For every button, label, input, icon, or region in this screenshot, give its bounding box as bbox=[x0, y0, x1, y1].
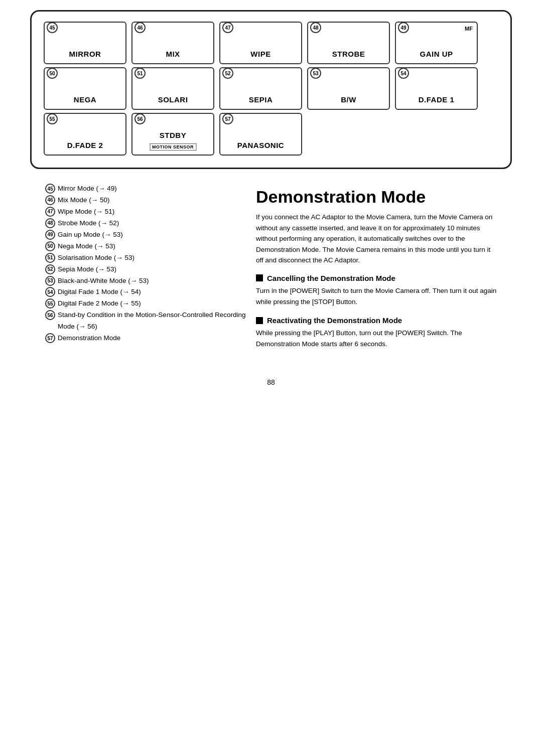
legend-item-50: 50Nega Mode (→ 53) bbox=[45, 241, 251, 252]
btn-label-50: NEGA bbox=[74, 95, 96, 104]
legend-text-52: Sepia Mode (→ 53) bbox=[58, 264, 116, 275]
btn-label-54: D.FADE 1 bbox=[419, 95, 455, 104]
btn-cell-50: 50NEGA bbox=[44, 67, 126, 110]
cancel-heading: Cancelling the Demonstration Mode bbox=[267, 274, 395, 282]
btn-label-57: PANASONIC bbox=[237, 141, 284, 149]
main-content: Demonstration Mode If you connect the AC… bbox=[256, 183, 497, 358]
legend-text-45: Mirror Mode (→ 49) bbox=[58, 183, 117, 195]
cancel-body: Turn in the [POWER] Switch to turn the M… bbox=[256, 285, 497, 307]
legend-num-56: 56 bbox=[45, 310, 55, 320]
legend-text-47: Wipe Mode (→ 51) bbox=[58, 206, 114, 218]
btn-cell-54: 54D.FADE 1 bbox=[395, 67, 478, 110]
demo-intro: If you connect the AC Adaptor to the Mov… bbox=[256, 212, 497, 266]
motion-sensor-badge: MOTION SENSOR bbox=[150, 143, 196, 150]
btn-label-48: STROBE bbox=[332, 50, 365, 58]
btn-cell-51: 51SOLARI bbox=[131, 67, 214, 110]
btn-cell-45: 45MIRROR bbox=[44, 22, 126, 64]
legend-num-53: 53 bbox=[45, 276, 55, 286]
btn-cell-49: 49MFGAIN UP bbox=[395, 22, 478, 64]
reactivate-square-icon bbox=[256, 317, 263, 324]
legend-text-49: Gain up Mode (→ 53) bbox=[58, 229, 123, 241]
legend-text-56: Stand-by Condition in the Motion-Sensor-… bbox=[58, 310, 251, 333]
legend-section: 45Mirror Mode (→ 49)46Mix Mode (→ 50)47W… bbox=[45, 183, 256, 358]
legend-num-52: 52 bbox=[45, 264, 55, 274]
legend-item-46: 46Mix Mode (→ 50) bbox=[45, 195, 251, 206]
num-badge-49: 49 bbox=[398, 22, 409, 33]
cancel-heading-container: Cancelling the Demonstration Mode bbox=[256, 274, 497, 282]
demo-title: Demonstration Mode bbox=[256, 187, 497, 207]
btn-label-56: STDBY bbox=[160, 131, 186, 139]
reactivate-body: While pressing the [PLAY] Button, turn o… bbox=[256, 328, 497, 349]
legend-num-49: 49 bbox=[45, 230, 55, 240]
reactivate-heading: Reactivating the Demonstration Mode bbox=[267, 316, 402, 325]
legend-num-50: 50 bbox=[45, 241, 55, 251]
legend-item-52: 52Sepia Mode (→ 53) bbox=[45, 264, 251, 275]
button-row-1: 50NEGA51SOLARI52SEPIA53B/W54D.FADE 1 bbox=[44, 67, 498, 110]
reactivate-heading-container: Reactivating the Demonstration Mode bbox=[256, 316, 497, 325]
legend-item-57: 57Demonstration Mode bbox=[45, 333, 251, 344]
btn-label-49: GAIN UP bbox=[420, 50, 453, 58]
num-badge-46: 46 bbox=[134, 22, 146, 33]
legend-list: 45Mirror Mode (→ 49)46Mix Mode (→ 50)47W… bbox=[45, 183, 251, 344]
legend-item-53: 53Black-and-White Mode (→ 53) bbox=[45, 275, 251, 287]
num-badge-55: 55 bbox=[47, 113, 58, 124]
btn-cell-56: 56STDBYMOTION SENSOR bbox=[131, 113, 214, 156]
btn-cell-53: 53B/W bbox=[307, 67, 390, 110]
legend-text-55: Digital Fade 2 Mode (→ 55) bbox=[58, 298, 141, 310]
page-number: 88 bbox=[30, 378, 512, 386]
mf-label: MF bbox=[465, 26, 473, 32]
btn-cell-55: 55D.FADE 2 bbox=[44, 113, 126, 156]
legend-text-57: Demonstration Mode bbox=[58, 333, 120, 344]
legend-text-46: Mix Mode (→ 50) bbox=[58, 195, 110, 206]
legend-item-45: 45Mirror Mode (→ 49) bbox=[45, 183, 251, 195]
legend-item-47: 47Wipe Mode (→ 51) bbox=[45, 206, 251, 218]
legend-text-51: Solarisation Mode (→ 53) bbox=[58, 252, 134, 264]
btn-label-55: D.FADE 2 bbox=[67, 141, 103, 149]
legend-item-48: 48Strobe Mode (→ 52) bbox=[45, 218, 251, 229]
btn-cell-46: 46MIX bbox=[131, 22, 214, 64]
btn-cell-48: 48STROBE bbox=[307, 22, 390, 64]
legend-num-47: 47 bbox=[45, 207, 55, 217]
legend-num-54: 54 bbox=[45, 287, 55, 297]
btn-label-51: SOLARI bbox=[158, 95, 188, 104]
legend-item-56: 56Stand-by Condition in the Motion-Senso… bbox=[45, 310, 251, 333]
legend-text-53: Black-and-White Mode (→ 53) bbox=[58, 275, 149, 287]
button-row-0: 45MIRROR46MIX47WIPE48STROBE49MFGAIN UP bbox=[44, 22, 498, 64]
button-row-2: 55D.FADE 256STDBYMOTION SENSOR57PANASONI… bbox=[44, 113, 498, 156]
legend-text-50: Nega Mode (→ 53) bbox=[58, 241, 115, 252]
num-badge-48: 48 bbox=[310, 22, 321, 33]
num-badge-51: 51 bbox=[134, 68, 146, 79]
btn-label-46: MIX bbox=[166, 50, 180, 58]
legend-num-48: 48 bbox=[45, 218, 55, 228]
legend-item-54: 54Digital Fade 1 Mode (→ 54) bbox=[45, 286, 251, 298]
num-badge-45: 45 bbox=[47, 22, 58, 33]
btn-label-52: SEPIA bbox=[249, 95, 273, 104]
num-badge-47: 47 bbox=[222, 22, 233, 33]
legend-num-46: 46 bbox=[45, 195, 55, 205]
buttons-grid: 45MIRROR46MIX47WIPE48STROBE49MFGAIN UP50… bbox=[44, 22, 498, 156]
cancel-square-icon bbox=[256, 274, 263, 281]
legend-num-51: 51 bbox=[45, 253, 55, 263]
btn-label-53: B/W bbox=[341, 95, 356, 104]
legend-num-55: 55 bbox=[45, 298, 55, 309]
num-badge-53: 53 bbox=[310, 68, 321, 79]
camera-panel: 45MIRROR46MIX47WIPE48STROBE49MFGAIN UP50… bbox=[30, 10, 512, 169]
num-badge-56: 56 bbox=[134, 113, 146, 124]
num-badge-50: 50 bbox=[47, 68, 58, 79]
legend-num-57: 57 bbox=[45, 333, 55, 343]
legend-text-48: Strobe Mode (→ 52) bbox=[58, 218, 119, 229]
btn-label-45: MIRROR bbox=[69, 50, 101, 58]
btn-cell-47: 47WIPE bbox=[219, 22, 302, 64]
page-container: 45MIRROR46MIX47WIPE48STROBE49MFGAIN UP50… bbox=[0, 0, 542, 756]
num-badge-52: 52 bbox=[222, 68, 233, 79]
btn-cell-57: 57PANASONIC bbox=[219, 113, 302, 156]
btn-label-47: WIPE bbox=[250, 50, 270, 58]
num-badge-57: 57 bbox=[222, 113, 233, 124]
btn-cell-52: 52SEPIA bbox=[219, 67, 302, 110]
legend-num-45: 45 bbox=[45, 184, 55, 194]
legend-item-51: 51Solarisation Mode (→ 53) bbox=[45, 252, 251, 264]
legend-item-55: 55Digital Fade 2 Mode (→ 55) bbox=[45, 298, 251, 310]
legend-item-49: 49Gain up Mode (→ 53) bbox=[45, 229, 251, 241]
legend-text-54: Digital Fade 1 Mode (→ 54) bbox=[58, 286, 141, 298]
num-badge-54: 54 bbox=[398, 68, 409, 79]
